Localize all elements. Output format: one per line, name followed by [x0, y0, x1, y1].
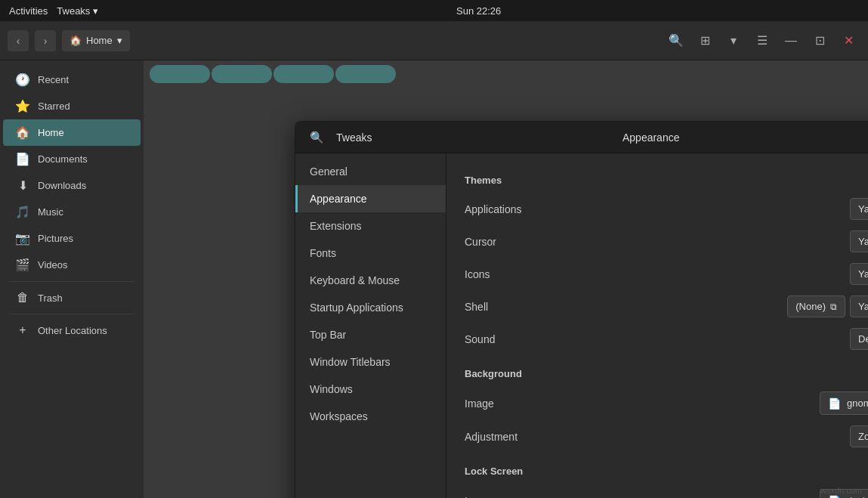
applications-value: Yaru-Teal-dark	[858, 203, 868, 215]
bg-image-file-select[interactable]: 📄 gnome-background.xml ⧉	[820, 391, 868, 415]
other-locations-icon: +	[15, 323, 30, 337]
icons-dropdown[interactable]: Yaru-Teal ▾	[850, 263, 868, 285]
minimize-fm-button[interactable]: —	[779, 29, 803, 53]
tweaks-menu-arrow: ▾	[93, 5, 98, 17]
sidebar-label-downloads: Downloads	[38, 180, 86, 191]
system-bar: Activities Tweaks ▾ Sun 22:26	[0, 0, 868, 21]
applications-control: Yaru-Teal-dark ▾	[850, 198, 868, 220]
documents-icon: 📄	[15, 152, 30, 166]
tweaks-nav-general[interactable]: General	[295, 158, 446, 185]
tweaks-menu[interactable]: Tweaks ▾	[57, 5, 98, 17]
icons-value: Yaru-Teal	[858, 268, 868, 280]
sidebar-label-starred: Starred	[38, 101, 70, 112]
view-options-button[interactable]: ⊞	[693, 29, 717, 53]
sidebar-label-other-locations: Other Locations	[38, 325, 107, 336]
tweaks-nav-workspaces[interactable]: Workspaces	[295, 403, 446, 430]
list-view-button[interactable]: ☰	[750, 29, 774, 53]
tweaks-sidebar: General Appearance Extensions Fonts Keyb…	[295, 153, 446, 498]
sound-dropdown[interactable]: Default ▾	[850, 328, 868, 350]
home-label: Home	[86, 35, 113, 46]
lock-screen-section-header: Lock Screen	[465, 466, 868, 477]
sidebar-item-recent[interactable]: 🕐 Recent	[3, 67, 141, 93]
activities-label[interactable]: Activities	[9, 5, 48, 17]
sidebar-item-other-locations[interactable]: + Other Locations	[3, 317, 141, 343]
bg-adjustment-label: Adjustment	[465, 431, 850, 443]
bg-tab-4	[335, 65, 396, 83]
sidebar-item-starred[interactable]: ⭐ Starred	[3, 93, 141, 119]
shell-none-badge: (None) ⧉	[787, 295, 845, 317]
cursor-label: Cursor	[465, 236, 850, 248]
icons-setting-row: Icons Yaru-Teal ▾	[465, 263, 868, 285]
close-fm-button[interactable]: ✕	[836, 29, 860, 53]
sidebar-label-documents: Documents	[38, 153, 88, 165]
bg-adjustment-dropdown[interactable]: Zoom ▾	[850, 425, 868, 447]
applications-setting-row: Applications Yaru-Teal-dark ▾	[465, 198, 868, 220]
shell-copy-icon: ⧉	[830, 302, 837, 312]
tweaks-nav-extensions[interactable]: Extensions	[295, 212, 446, 240]
starred-icon: ⭐	[15, 99, 30, 113]
applications-dropdown[interactable]: Yaru-Teal-dark ▾	[850, 198, 868, 220]
bg-image-control: 📄 gnome-background.xml ⧉	[820, 391, 868, 415]
fm-content: 🔍 Tweaks Appearance — ⊡ ✕ General Appe	[144, 60, 868, 498]
tweaks-nav-fonts[interactable]: Fonts	[295, 240, 446, 267]
sort-button[interactable]: ▾	[721, 29, 746, 53]
shell-dropdown[interactable]: Yaru-Teal ▾	[850, 295, 868, 317]
bg-adjustment-value: Zoom	[858, 431, 868, 442]
tweaks-window: 🔍 Tweaks Appearance — ⊡ ✕ General Appe	[295, 121, 868, 498]
forward-button[interactable]: ›	[35, 30, 56, 51]
sidebar: 🕐 Recent ⭐ Starred 🏠 Home 📄 Documents ⬇ …	[0, 60, 144, 498]
sidebar-item-pictures[interactable]: 📷 Pictures	[3, 225, 141, 252]
sidebar-item-trash[interactable]: 🗑 Trash	[3, 285, 141, 311]
shell-setting-row: Shell (None) ⧉ Yaru-Teal ▾	[465, 295, 868, 317]
downloads-icon: ⬇	[15, 178, 30, 193]
sidebar-item-documents[interactable]: 📄 Documents	[3, 146, 141, 172]
tweaks-section-title: Appearance	[379, 131, 868, 144]
applications-label: Applications	[465, 203, 850, 215]
tweaks-search-button[interactable]: 🔍	[304, 125, 329, 150]
home-dropdown-arrow: ▾	[117, 35, 122, 46]
pictures-icon: 📷	[15, 231, 30, 246]
sidebar-separator	[9, 281, 134, 282]
tweaks-nav-startup-applications[interactable]: Startup Applications	[295, 294, 446, 321]
back-button[interactable]: ‹	[8, 30, 29, 51]
system-time: Sun 22:26	[456, 5, 501, 17]
tweaks-titlebar: 🔍 Tweaks Appearance — ⊡ ✕	[295, 122, 868, 153]
bg-adjustment-setting-row: Adjustment Zoom ▾	[465, 425, 868, 447]
sidebar-item-music[interactable]: 🎵 Music	[3, 199, 141, 225]
tweaks-nav-window-titlebars[interactable]: Window Titlebars	[295, 348, 446, 376]
bg-tab-1	[150, 65, 210, 83]
ls-image-filename: desktop-lockscreen.xml	[847, 495, 868, 498]
home-sidebar-icon: 🏠	[15, 125, 30, 140]
sound-label: Sound	[465, 333, 850, 345]
search-button[interactable]: 🔍	[664, 29, 688, 53]
sound-value: Default	[858, 333, 868, 345]
sidebar-label-recent: Recent	[38, 74, 69, 85]
icons-control: Yaru-Teal ▾	[850, 263, 868, 285]
maximize-fm-button[interactable]: ⊡	[808, 29, 832, 53]
sidebar-separator-2	[9, 314, 134, 314]
tweaks-nav-windows[interactable]: Windows	[295, 376, 446, 403]
sidebar-item-videos[interactable]: 🎬 Videos	[3, 252, 141, 278]
ls-image-setting-row: Image 📄 desktop-lockscreen.xml ⧉	[465, 489, 868, 498]
tweaks-nav-keyboard-mouse[interactable]: Keyboard & Mouse	[295, 267, 446, 294]
trash-icon: 🗑	[15, 291, 30, 305]
sound-control: Default ▾	[850, 328, 868, 350]
tweaks-nav-top-bar[interactable]: Top Bar	[295, 321, 446, 348]
themes-section-header: Themes	[465, 175, 868, 186]
sidebar-label-trash: Trash	[38, 292, 63, 304]
sidebar-item-home[interactable]: 🏠 Home	[3, 119, 141, 146]
ls-image-file-icon: 📄	[828, 495, 841, 499]
cursor-control: Yaru-Blue ▾	[850, 230, 868, 252]
tweaks-nav-appearance[interactable]: Appearance	[295, 185, 446, 212]
sidebar-label-music: Music	[38, 206, 63, 218]
cursor-value: Yaru-Blue	[858, 236, 868, 247]
bg-image-setting-row: Image 📄 gnome-background.xml ⧉	[465, 391, 868, 415]
main-area: 🕐 Recent ⭐ Starred 🏠 Home 📄 Documents ⬇ …	[0, 60, 868, 498]
home-icon: 🏠	[70, 35, 82, 46]
home-breadcrumb-button[interactable]: 🏠 Home ▾	[62, 30, 130, 51]
sidebar-label-home: Home	[38, 127, 64, 138]
sidebar-label-videos: Videos	[38, 259, 68, 271]
cursor-dropdown[interactable]: Yaru-Blue ▾	[850, 230, 868, 252]
sidebar-item-downloads[interactable]: ⬇ Downloads	[3, 172, 141, 199]
cursor-setting-row: Cursor Yaru-Blue ▾	[465, 230, 868, 252]
